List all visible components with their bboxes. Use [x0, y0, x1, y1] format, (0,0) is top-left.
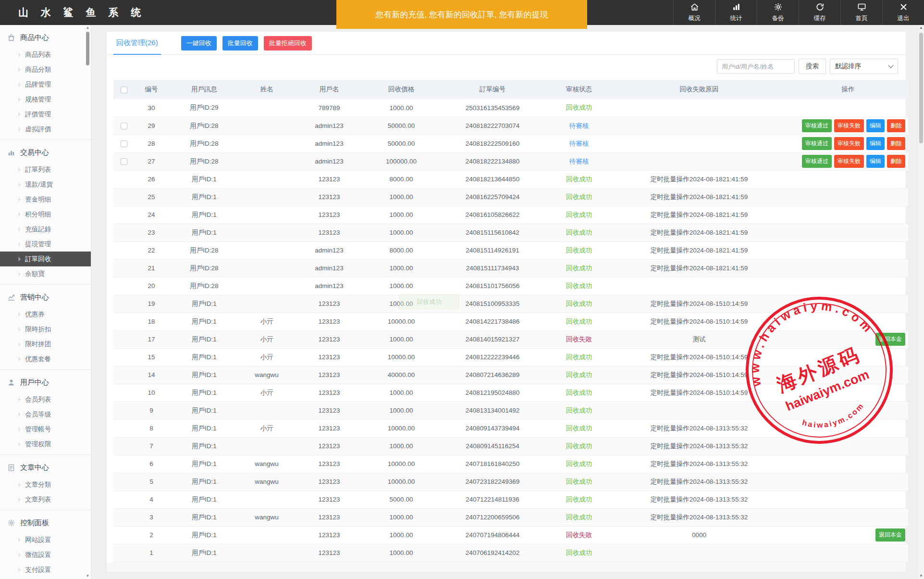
row-status: 待審核: [548, 135, 610, 152]
sidebar-group-head[interactable]: 商品中心: [0, 28, 91, 47]
toolbar-button-1[interactable]: 一鍵回收: [181, 36, 217, 50]
notification-text: 您有新的充值, 您有新的回收訂單, 您有新的提現: [376, 9, 548, 20]
sidebar-item[interactable]: ⊦訂單列表: [0, 162, 91, 177]
sidebar-item[interactable]: ⊦評價管理: [0, 107, 91, 122]
sidebar-group-head[interactable]: 交易中心: [0, 143, 91, 162]
reject-button[interactable]: 审核失败: [834, 119, 864, 132]
sidebar-item[interactable]: ⊦积分明细: [0, 207, 91, 222]
sidebar-scroll-thumb[interactable]: [86, 32, 89, 65]
sidebar-item[interactable]: ⊦商品列表: [0, 47, 91, 62]
row-name: wangwu: [240, 473, 293, 491]
sidebar-item[interactable]: ⊦导航管理: [0, 577, 91, 579]
column-header: 审核状态: [548, 80, 610, 99]
row-username: 123123: [293, 295, 365, 313]
del-button[interactable]: 删除: [887, 155, 905, 168]
sidebar-item[interactable]: ⊦优惠券: [0, 307, 91, 322]
sidebar-item[interactable]: ⊦商品分類: [0, 62, 91, 77]
edit-button[interactable]: 编辑: [866, 119, 885, 132]
tab-recycle-management[interactable]: 回收管理(26): [113, 32, 161, 55]
sidebar-item[interactable]: ⊦余額寶: [0, 266, 91, 281]
search-input[interactable]: [717, 59, 795, 74]
refund-button[interactable]: 退回本金: [875, 333, 905, 346]
row-fail-reason: 定时批量操作2024-08-1510:14:59: [610, 384, 788, 402]
sidebar-item[interactable]: ⊦会员等级: [0, 407, 91, 422]
sidebar-group-head[interactable]: 营销中心: [0, 288, 91, 307]
row-name: 小亓: [240, 330, 293, 348]
row-checkbox[interactable]: [121, 123, 127, 129]
table-row: 14用戶ID:1wangwu12312340000.00240807214636…: [113, 366, 908, 384]
page-scroll-down-icon[interactable]: ▼: [918, 573, 924, 579]
row-name: [240, 135, 293, 152]
sidebar-item[interactable]: ⊦文章分類: [0, 477, 91, 492]
approve-button[interactable]: 审核通过: [802, 119, 832, 132]
sidebar-item[interactable]: ⊦提現管理: [0, 237, 91, 252]
row-user-info: 用戶ID:1: [168, 437, 240, 455]
table-row: 9用戶ID:11231231000.00240813134001492回收成功: [113, 402, 908, 419]
topnav-item-1[interactable]: 概况: [673, 0, 715, 25]
sidebar-item[interactable]: ⊦会员列表: [0, 392, 91, 407]
row-name: [240, 402, 293, 419]
row-operations: [788, 188, 908, 206]
del-button[interactable]: 删除: [887, 137, 905, 150]
sidebar-scroll-down-icon[interactable]: ▼: [85, 573, 90, 579]
sidebar-scrollbar[interactable]: ▲ ▼: [85, 25, 90, 579]
sidebar-item[interactable]: ⊦规格管理: [0, 92, 91, 107]
row-price: 8000.00: [365, 170, 437, 188]
row-operations: [788, 491, 908, 508]
toolbar-button-3[interactable]: 批量拒絕回收: [264, 36, 312, 50]
row-price: 1000.00: [365, 526, 437, 544]
topnav-item-3[interactable]: 备份: [757, 0, 799, 25]
column-header: 回收失敗原因: [610, 80, 788, 99]
table-row: 18用戶ID:1小亓12312310000.00240814221738486回…: [113, 313, 908, 330]
row-username: admin123: [293, 135, 365, 152]
toolbar-button-2[interactable]: 批量回收: [222, 36, 258, 50]
sidebar-item[interactable]: ⊦充值記錄: [0, 222, 91, 237]
topnav-item-2[interactable]: 统计: [715, 0, 757, 25]
sidebar-item[interactable]: ⊦品牌管理: [0, 77, 91, 92]
topnav-item-5[interactable]: 首頁: [840, 0, 882, 25]
sidebar-item[interactable]: ⊦支付設置: [0, 562, 91, 577]
row-user-info: 用戶ID:1: [168, 473, 240, 491]
page-scroll-up-icon[interactable]: ▲: [918, 25, 924, 31]
row-checkbox[interactable]: [121, 140, 127, 147]
sidebar-group-head[interactable]: 控制面板: [0, 513, 91, 532]
reject-button[interactable]: 审核失败: [834, 155, 864, 168]
sidebar-item[interactable]: ⊦退款/退貨: [0, 177, 91, 192]
edit-button[interactable]: 编辑: [866, 155, 885, 168]
sidebar-item[interactable]: ⊦优惠套餐: [0, 352, 91, 366]
reject-button[interactable]: 审核失败: [834, 137, 864, 150]
sidebar-item[interactable]: ⊦限時折扣: [0, 322, 91, 337]
row-id: 5: [135, 473, 168, 491]
edit-button[interactable]: 编辑: [866, 137, 885, 150]
sidebar-item[interactable]: ⊦资金明细: [0, 192, 91, 207]
sidebar-item[interactable]: ⊦限时拼团: [0, 337, 91, 352]
row-name: [240, 437, 293, 455]
topnav-label: 首頁: [856, 14, 868, 23]
approve-button[interactable]: 审核通过: [802, 155, 832, 168]
sidebar-item[interactable]: ⊦网站設置: [0, 532, 91, 547]
sidebar-group-head[interactable]: 用戶中心: [0, 373, 91, 392]
sidebar-item[interactable]: ⊦管理权限: [0, 437, 91, 452]
select-all-checkbox[interactable]: [121, 87, 127, 93]
sidebar-item[interactable]: ⊦虚拟評價: [0, 122, 91, 137]
page-scroll-thumb[interactable]: [919, 33, 923, 143]
topnav-item-6[interactable]: 退出: [882, 0, 924, 25]
sidebar-item[interactable]: ⊦文章列表: [0, 492, 91, 507]
approve-button[interactable]: 审核通过: [802, 137, 832, 150]
row-checkbox[interactable]: [121, 158, 127, 165]
row-username: 123123: [293, 544, 365, 562]
sort-select[interactable]: 默認排序: [830, 59, 898, 74]
sidebar-group-head[interactable]: 文章中心: [0, 458, 91, 477]
branch-icon: ⊦: [18, 96, 21, 103]
del-button[interactable]: 删除: [887, 119, 905, 132]
sidebar-item[interactable]: ⊦管理帳号: [0, 422, 91, 437]
row-name: [240, 170, 293, 188]
refund-button[interactable]: 退回本金: [875, 529, 905, 541]
search-button[interactable]: 搜索: [799, 59, 826, 74]
sidebar-scroll-up-icon[interactable]: ▲: [85, 25, 90, 31]
sidebar-item[interactable]: ⊦訂單回收: [0, 252, 91, 266]
page-scrollbar[interactable]: ▲ ▼: [918, 25, 924, 579]
sidebar-item[interactable]: ⊦微信設置: [0, 547, 91, 562]
notification-bar: 您有新的充值, 您有新的回收訂單, 您有新的提現: [336, 0, 587, 29]
topnav-item-4[interactable]: 缓存: [799, 0, 840, 25]
